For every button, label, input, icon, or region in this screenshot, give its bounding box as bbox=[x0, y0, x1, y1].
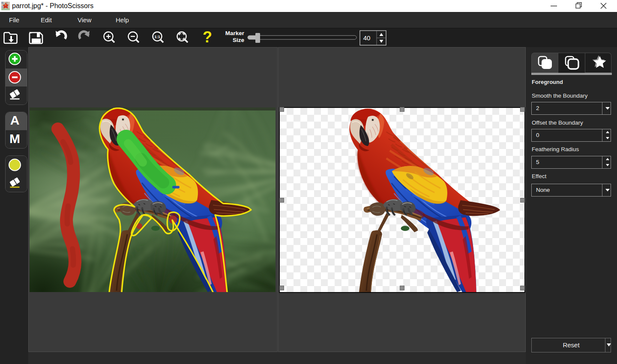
svg-text:A: A bbox=[10, 113, 20, 127]
svg-text:M: M bbox=[9, 131, 20, 146]
svg-text:Size: Size bbox=[233, 37, 245, 43]
svg-text:Marker: Marker bbox=[225, 30, 245, 36]
svg-text:?: ? bbox=[203, 28, 212, 46]
svg-text:40: 40 bbox=[363, 34, 371, 42]
svg-text:1:1: 1:1 bbox=[154, 34, 160, 39]
